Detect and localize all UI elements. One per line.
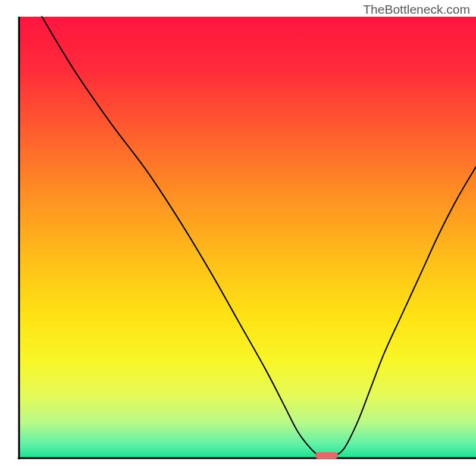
plot-background	[19, 17, 476, 458]
bottleneck-chart	[0, 0, 476, 476]
watermark-text: TheBottleneck.com	[363, 2, 470, 17]
optimal-marker	[315, 452, 338, 459]
